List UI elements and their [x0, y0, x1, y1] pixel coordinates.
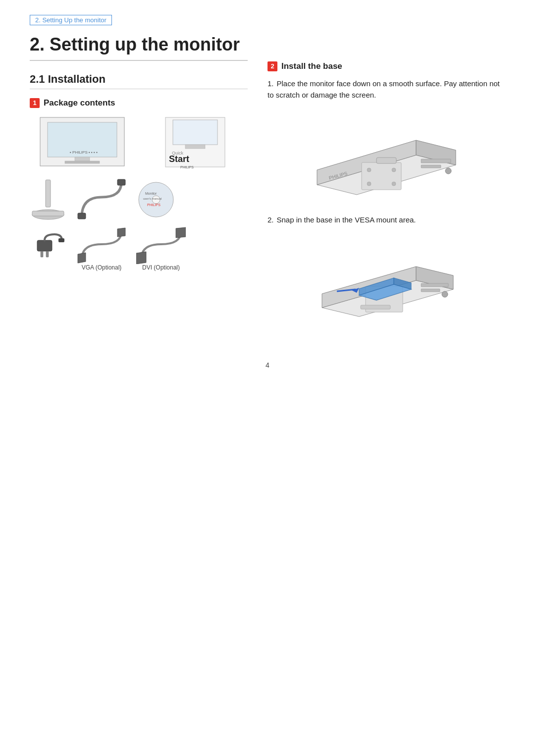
svg-rect-37 [421, 159, 451, 163]
svg-rect-24 [58, 238, 64, 242]
svg-text:▪ PHILIPS ▪ ▪ ▪ ▪: ▪ PHILIPS ▪ ▪ ▪ ▪ [70, 150, 98, 155]
svg-rect-6 [173, 120, 217, 145]
svg-point-33 [367, 168, 371, 172]
monitor-box-item: ▪ PHILIPS ▪ ▪ ▪ ▪ [30, 115, 135, 169]
svg-marker-27 [136, 252, 146, 264]
svg-rect-13 [32, 211, 64, 216]
svg-point-41 [445, 168, 451, 174]
svg-rect-54 [361, 305, 390, 309]
svg-rect-15 [117, 179, 125, 185]
svg-point-34 [392, 168, 396, 172]
svg-rect-23 [46, 251, 49, 257]
quick-start-svg: Quick Start PHILIPS [163, 115, 227, 169]
svg-rect-14 [78, 213, 86, 219]
step-2-num: 2. [268, 216, 274, 224]
page-title: 2. Setting up the monitor [30, 34, 248, 61]
svg-rect-7 [185, 145, 205, 149]
dvi-cable-svg [136, 227, 186, 264]
accessories-row-3: VGA (Optional) DVI (Optional) [30, 227, 248, 271]
cable1-svg [77, 177, 126, 222]
install-step-2-text: 2.Snap in the base in the VESA mount are… [268, 215, 505, 226]
svg-text:Start: Start [169, 154, 189, 164]
package-contents-grid: ▪ PHILIPS ▪ ▪ ▪ ▪ Quick Start PHILIPS [30, 115, 248, 169]
badge-1: 1 [30, 98, 40, 108]
step-1-num: 1. [268, 79, 274, 88]
breadcrumb: 2. Setting Up the monitor [30, 15, 112, 25]
svg-rect-21 [37, 240, 52, 251]
dvi-label: DVI (Optional) [142, 264, 180, 271]
subsection1-header: 1 Package contents [30, 98, 248, 108]
subsection2-title: Install the base [281, 61, 342, 71]
accessories-row-2: Monitor user's manual PHILIPS [30, 177, 248, 222]
monitor-facedown-illus-2 [268, 231, 505, 327]
svg-text:user's manual: user's manual [143, 197, 161, 200]
vga-label: VGA (Optional) [82, 264, 122, 271]
svg-point-35 [367, 182, 371, 186]
badge-2: 2 [268, 61, 277, 71]
subsection2-header: 2 Install the base [268, 61, 505, 71]
svg-rect-32 [362, 162, 401, 190]
svg-point-36 [392, 182, 396, 186]
svg-rect-2 [75, 157, 90, 161]
quick-start-item: Quick Start PHILIPS [143, 115, 248, 169]
svg-rect-3 [65, 161, 100, 163]
monitor-box-svg: ▪ PHILIPS ▪ ▪ ▪ ▪ [38, 115, 127, 169]
svg-marker-25 [78, 253, 86, 263]
svg-rect-40 [376, 158, 396, 163]
vga-cable-svg [77, 227, 126, 264]
monitor-facedown-svg-1: PHILIPS [302, 106, 471, 205]
svg-text:Monitor: Monitor [145, 192, 157, 195]
subsection1-title: Package contents [44, 98, 115, 108]
svg-text:PHILIPS: PHILIPS [147, 203, 160, 207]
svg-marker-26 [117, 228, 125, 237]
svg-point-53 [442, 291, 448, 297]
svg-rect-51 [421, 283, 448, 287]
cd-svg: Monitor user's manual PHILIPS [136, 177, 176, 222]
svg-marker-28 [176, 227, 186, 238]
section-2-1-title: 2.1 Installation [30, 73, 248, 89]
install-step-1-text: 1.Place the monitor face down on a smoot… [268, 78, 505, 101]
svg-rect-22 [41, 251, 43, 257]
stand-svg [30, 177, 67, 222]
svg-rect-52 [421, 289, 440, 292]
svg-text:PHILIPS: PHILIPS [180, 165, 194, 169]
power-adapter-svg [30, 230, 67, 268]
page-number: 4 [30, 361, 505, 369]
monitor-facedown-illus-1: PHILIPS [268, 106, 505, 205]
monitor-facedown-svg-2 [312, 231, 461, 327]
svg-rect-38 [421, 165, 441, 168]
svg-rect-11 [46, 180, 51, 207]
